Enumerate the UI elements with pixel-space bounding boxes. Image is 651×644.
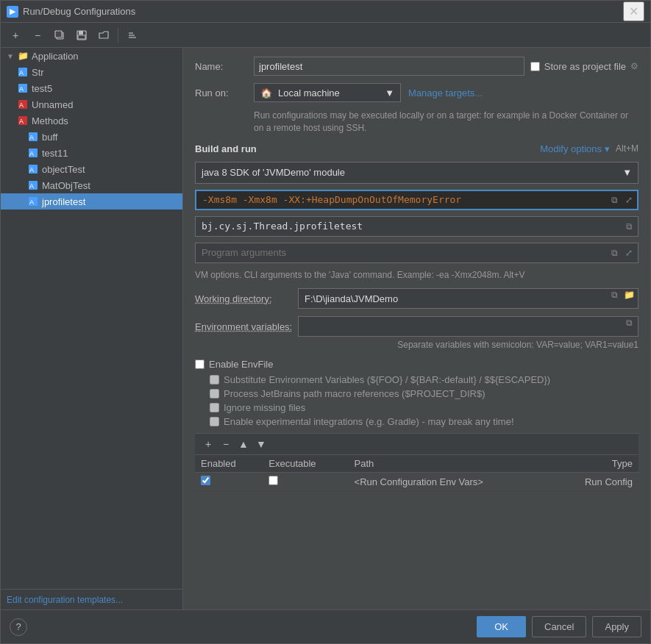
item-label: test11 <box>42 148 68 159</box>
title-bar: ▶ Run/Debug Configurations ✕ <box>1 1 650 23</box>
build-run-header: Build and run Modify options ▾ Alt+M <box>195 143 638 154</box>
modify-options-area: Modify options ▾ Alt+M <box>540 143 638 154</box>
svg-text:A: A <box>19 118 24 125</box>
close-button[interactable]: ✕ <box>623 1 644 21</box>
vm-options-copy-icon[interactable]: ⧉ <box>608 193 621 207</box>
sdk-select[interactable]: java 8 SDK of 'JVMDemo' module ▼ <box>195 162 638 184</box>
house-icon: 🏠 <box>260 87 272 99</box>
working-dir-folder-icon[interactable]: 📁 <box>622 288 636 301</box>
sidebar-item-objecttest[interactable]: A objectTest <box>1 161 182 177</box>
cancel-button[interactable]: Cancel <box>532 616 586 637</box>
sdk-label: java 8 SDK of 'JVMDemo' module <box>202 167 345 178</box>
table-col-path: Path <box>349 455 552 473</box>
item-label: Str <box>32 67 44 78</box>
run-on-row: Run on: 🏠 Local machine ▼ Manage targets… <box>195 83 638 102</box>
program-args-input[interactable] <box>195 243 638 263</box>
item-label: Unnamed <box>32 99 73 110</box>
table-up-button[interactable]: ▲ <box>236 437 251 451</box>
modify-options-shortcut: Alt+M <box>616 143 638 154</box>
run-on-select[interactable]: 🏠 Local machine ▼ <box>254 83 401 102</box>
program-args-icons: ⧉ ⤢ <box>608 246 636 260</box>
envfile-option-1: Process JetBrains path macro references … <box>195 388 638 399</box>
enable-envfile-checkbox[interactable] <box>195 359 204 369</box>
envfile-experimental-checkbox[interactable] <box>210 417 219 426</box>
row-enabled-checkbox[interactable] <box>201 476 210 485</box>
env-hint: Separate variables with semicolon: VAR=v… <box>195 340 638 350</box>
sidebar-item-matobjtest[interactable]: A MatObjTest <box>1 177 182 193</box>
env-vars-input[interactable] <box>298 316 638 337</box>
envfile-ignore-checkbox[interactable] <box>210 403 219 412</box>
table-down-button[interactable]: ▼ <box>254 437 268 451</box>
working-dir-icons: ⧉ 📁 <box>608 288 636 301</box>
svg-text:A: A <box>29 134 34 141</box>
item-label: objectTest <box>42 164 85 175</box>
gear-icon[interactable]: ⚙ <box>630 61 638 71</box>
sort-icon <box>127 30 138 40</box>
main-class-input[interactable] <box>195 216 638 237</box>
name-input[interactable] <box>254 57 524 76</box>
item-label: MatObjTest <box>42 180 90 191</box>
envfile-jetbrains-checkbox[interactable] <box>210 389 219 398</box>
app-icon: A <box>17 82 29 94</box>
sidebar-item-jprofiletest[interactable]: A jprofiletest <box>1 193 182 210</box>
name-row: Name: Store as project file ⚙ <box>195 57 638 76</box>
vm-options-row: ⧉ ⤢ <box>195 190 638 210</box>
item-label: Methods <box>32 115 68 126</box>
store-as-project-checkbox[interactable] <box>530 62 540 71</box>
env-vars-icons: ⧉ <box>622 316 636 329</box>
main-class-copy-icon[interactable]: ⧉ <box>622 220 636 233</box>
help-button[interactable]: ? <box>10 618 27 636</box>
sort-button[interactable] <box>122 25 143 46</box>
store-label: Store as project file <box>544 61 626 72</box>
enable-envfile-row: Enable EnvFile <box>195 359 638 370</box>
folder-config-button[interactable] <box>93 25 114 46</box>
table-add-button[interactable]: + <box>201 437 216 451</box>
app-icon: A <box>27 163 39 175</box>
env-vars-row: Environment variables: ⧉ <box>195 316 638 337</box>
app-icon: A <box>17 115 29 126</box>
sidebar-item-methods[interactable]: A Methods <box>1 112 182 129</box>
program-args-expand-icon[interactable]: ⤢ <box>622 246 636 260</box>
working-dir-copy-icon[interactable]: ⧉ <box>608 288 621 301</box>
store-row: Store as project file ⚙ <box>530 61 638 72</box>
add-config-button[interactable]: + <box>5 25 26 46</box>
edit-templates-link[interactable]: Edit configuration templates... <box>7 595 123 605</box>
ok-button[interactable]: OK <box>477 616 526 637</box>
table-col-type: Type <box>552 455 638 473</box>
program-args-copy-icon[interactable]: ⧉ <box>608 246 621 260</box>
sidebar-item-test11[interactable]: A test11 <box>1 145 182 161</box>
copy-config-button[interactable] <box>49 25 70 46</box>
right-panel: Name: Store as project file ⚙ Run on: 🏠 … <box>183 48 650 609</box>
env-vars-label: Environment variables: <box>195 321 298 332</box>
table-row: <Run Configuration Env Vars> Run Config <box>195 473 638 491</box>
table-remove-button[interactable]: − <box>218 437 233 451</box>
row-executable-checkbox[interactable] <box>268 476 278 485</box>
table-cell-executable <box>263 473 348 491</box>
save-config-button[interactable] <box>71 25 92 46</box>
working-dir-input[interactable] <box>298 288 638 309</box>
manage-targets-link[interactable]: Manage targets... <box>408 87 483 99</box>
svg-text:A: A <box>19 85 24 93</box>
apply-button[interactable]: Apply <box>592 616 641 637</box>
expand-arrow: ▼ <box>7 52 17 60</box>
app-icon: A <box>27 131 39 143</box>
table-col-executable: Executable <box>263 455 348 473</box>
run-on-value: Local machine <box>278 87 340 99</box>
item-label: jprofiletest <box>42 196 85 207</box>
remove-config-button[interactable]: − <box>27 25 48 46</box>
sidebar-item-buff[interactable]: A buff <box>1 129 182 145</box>
svg-text:A: A <box>29 198 34 206</box>
sidebar-item-test5[interactable]: A test5 <box>1 80 182 96</box>
modify-options-button[interactable]: Modify options ▾ <box>540 143 610 154</box>
env-vars-copy-icon[interactable]: ⧉ <box>622 316 636 329</box>
vm-options-input[interactable] <box>195 190 638 210</box>
vm-options-expand-icon[interactable]: ⤢ <box>622 193 636 207</box>
table-cell-type: Run Config <box>552 473 638 491</box>
bottom-bar: ? OK Cancel Apply <box>1 609 650 643</box>
sidebar-item-unnamed[interactable]: A Unnamed <box>1 96 182 112</box>
envfile-substitute-checkbox[interactable] <box>210 375 219 384</box>
sidebar-item-str[interactable]: A Str <box>1 64 182 80</box>
svg-text:A: A <box>19 101 24 109</box>
group-label: Application <box>32 51 79 62</box>
sidebar-group-application[interactable]: ▼ 📁 Application <box>1 48 182 64</box>
